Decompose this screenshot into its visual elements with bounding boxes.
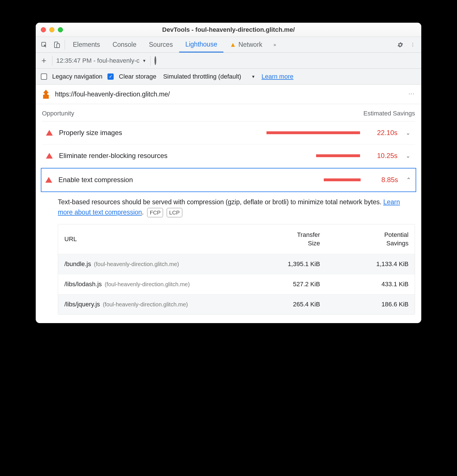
savings-bar-wrap bbox=[174, 154, 360, 157]
cell-host: (foul-heavenly-direction.glitch.me) bbox=[105, 281, 190, 287]
warning-icon: ▲ bbox=[230, 41, 236, 49]
svg-rect-2 bbox=[57, 44, 60, 48]
report-selector[interactable]: 12:35:47 PM - foul-heavenly-c ▼ bbox=[56, 57, 146, 64]
tab-network[interactable]: ▲ Network bbox=[223, 37, 268, 52]
table-header-row: URL Transfer Size Potential Savings bbox=[58, 224, 415, 254]
legacy-navigation-label: Legacy navigation bbox=[52, 73, 102, 80]
device-toolbar-icon[interactable] bbox=[50, 37, 63, 52]
fail-triangle-icon bbox=[45, 177, 52, 183]
cell-url: /libs/lodash.js (foul-heavenly-direction… bbox=[64, 281, 232, 288]
lighthouse-options: Legacy navigation ✓ Clear storage Simula… bbox=[36, 69, 421, 85]
report-menu-icon[interactable]: ⋮ bbox=[408, 91, 415, 97]
cell-savings: 186.6 KiB bbox=[320, 301, 409, 308]
opportunity-label: Properly size images bbox=[59, 129, 161, 137]
tab-elements[interactable]: Elements bbox=[67, 37, 106, 52]
panel-tabbar: Elements Console Sources Lighthouse ▲ Ne… bbox=[36, 37, 421, 53]
lighthouse-toolbar: + 12:35:47 PM - foul-heavenly-c ▼ bbox=[36, 53, 421, 69]
learn-more-link[interactable]: Learn more bbox=[261, 73, 293, 80]
cell-size: 1,395.1 KiB bbox=[232, 260, 320, 268]
tab-console[interactable]: Console bbox=[106, 37, 143, 52]
tab-label: Network bbox=[238, 41, 262, 49]
metric-tag-fcp: FCP bbox=[147, 208, 163, 217]
table-row: /libs/lodash.js (foul-heavenly-direction… bbox=[58, 274, 415, 294]
opportunity-heading: Opportunity bbox=[42, 110, 74, 117]
cell-savings: 1,133.4 KiB bbox=[320, 260, 409, 268]
opportunity-label: Enable text compression bbox=[58, 176, 160, 184]
window-title: DevTools - foul-heavenly-direction.glitc… bbox=[36, 26, 421, 33]
new-report-button[interactable]: + bbox=[40, 56, 48, 65]
settings-icon[interactable] bbox=[394, 37, 407, 52]
opportunity-label: Eliminate render-blocking resources bbox=[59, 152, 168, 160]
clear-storage-label: Clear storage bbox=[119, 73, 156, 80]
kebab-menu-icon[interactable]: ⋮ bbox=[407, 37, 419, 52]
divider bbox=[65, 40, 65, 50]
cell-size: 265.4 KiB bbox=[232, 301, 320, 308]
cell-host: (foul-heavenly-direction.glitch.me) bbox=[94, 261, 179, 267]
traffic-lights bbox=[41, 27, 63, 32]
fail-triangle-icon bbox=[46, 130, 53, 136]
table-row: /bundle.js (foul-heavenly-direction.glit… bbox=[58, 254, 415, 274]
close-window-icon[interactable] bbox=[41, 27, 46, 32]
report-url: https://foul-heavenly-direction.glitch.m… bbox=[55, 90, 170, 98]
savings-bar bbox=[324, 178, 361, 181]
chevron-down-icon[interactable]: ⌄ bbox=[404, 152, 412, 159]
savings-bar bbox=[266, 131, 360, 134]
estimated-savings: 10.25s bbox=[366, 152, 397, 160]
cell-host: (foul-heavenly-direction.glitch.me) bbox=[103, 301, 188, 307]
dropdown-icon: ▼ bbox=[142, 58, 146, 63]
report-selector-label: 12:35:47 PM - foul-heavenly-c bbox=[56, 57, 140, 64]
savings-bar-wrap bbox=[167, 131, 360, 134]
inspect-element-icon[interactable] bbox=[38, 37, 50, 52]
metric-tag-lcp: LCP bbox=[167, 208, 182, 217]
clear-storage-checkbox[interactable]: ✓ bbox=[107, 73, 114, 80]
fail-triangle-icon bbox=[46, 153, 53, 159]
legacy-navigation-checkbox[interactable] bbox=[41, 73, 47, 80]
cell-url: /libs/jquery.js (foul-heavenly-direction… bbox=[64, 301, 232, 308]
col-header-savings: Potential Savings bbox=[320, 231, 409, 247]
divider bbox=[150, 56, 151, 66]
period: . bbox=[142, 208, 144, 216]
chevron-down-icon[interactable]: ⌄ bbox=[404, 129, 412, 136]
col-header-url: URL bbox=[64, 235, 232, 243]
zoom-window-icon[interactable] bbox=[58, 27, 63, 32]
opportunity-row[interactable]: Eliminate render-blocking resources 10.2… bbox=[42, 144, 415, 167]
savings-heading: Estimated Savings bbox=[363, 110, 415, 117]
more-tabs-icon[interactable]: » bbox=[268, 37, 281, 52]
report-url-bar: https://foul-heavenly-direction.glitch.m… bbox=[36, 85, 421, 104]
report-body: Opportunity Estimated Savings Properly s… bbox=[36, 104, 421, 323]
divider bbox=[52, 56, 52, 66]
tab-label: Elements bbox=[73, 41, 100, 49]
resources-table: URL Transfer Size Potential Savings /bun… bbox=[58, 224, 415, 314]
chevron-up-icon[interactable]: ⌃ bbox=[404, 176, 413, 183]
tab-label: Sources bbox=[149, 41, 173, 49]
throttling-label: Simulated throttling (default) bbox=[163, 73, 241, 80]
opportunity-description: Text-based resources should be served wi… bbox=[42, 191, 415, 224]
col-header-size: Transfer Size bbox=[232, 231, 320, 247]
devtools-window: DevTools - foul-heavenly-direction.glitc… bbox=[36, 23, 421, 323]
cell-url: /bundle.js (foul-heavenly-direction.glit… bbox=[64, 260, 232, 268]
description-text: Text-based resources should be served wi… bbox=[58, 198, 383, 206]
tab-sources[interactable]: Sources bbox=[143, 37, 179, 52]
cell-savings: 433.1 KiB bbox=[320, 281, 409, 288]
estimated-savings: 22.10s bbox=[366, 129, 397, 137]
estimated-savings: 8.85s bbox=[367, 176, 398, 184]
tab-lighthouse[interactable]: Lighthouse bbox=[179, 37, 224, 52]
minimize-window-icon[interactable] bbox=[49, 27, 54, 32]
dropdown-icon[interactable]: ▼ bbox=[251, 74, 255, 79]
lighthouse-logo-icon bbox=[42, 90, 50, 99]
tab-label: Console bbox=[113, 41, 136, 49]
savings-bar bbox=[316, 154, 360, 157]
opportunity-row-selected[interactable]: Enable text compression 8.85s ⌃ bbox=[41, 169, 416, 191]
table-row: /libs/jquery.js (foul-heavenly-direction… bbox=[58, 294, 415, 314]
cell-size: 527.2 KiB bbox=[232, 281, 320, 288]
savings-bar-wrap bbox=[167, 178, 361, 181]
opportunities-header: Opportunity Estimated Savings bbox=[42, 108, 415, 121]
clear-icon[interactable] bbox=[155, 57, 156, 64]
tab-label: Lighthouse bbox=[185, 41, 217, 48]
opportunity-row[interactable]: Properly size images 22.10s ⌄ bbox=[42, 121, 415, 144]
titlebar: DevTools - foul-heavenly-direction.glitc… bbox=[36, 23, 421, 37]
